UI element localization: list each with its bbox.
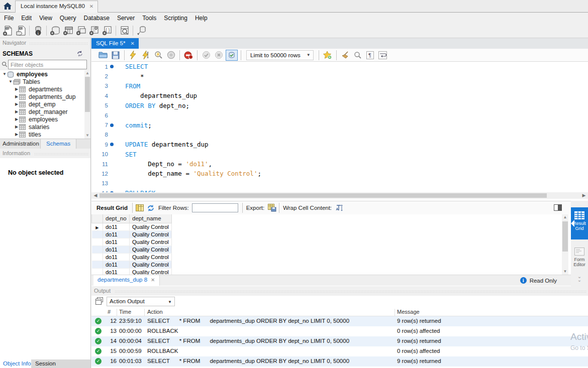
code-line-1[interactable]: 1SELECT: [91, 62, 588, 71]
expand-arrow-icon[interactable]: ▼: [8, 79, 13, 84]
scrollbar-thumb[interactable]: [100, 193, 547, 198]
code-line-13[interactable]: 13: [91, 179, 588, 188]
tree-table-dept_manager[interactable]: ▶dept_manager: [0, 108, 90, 115]
tree-table-employees[interactable]: ▶employees: [0, 115, 90, 123]
row-selector-cell[interactable]: [92, 268, 103, 275]
cell-dept-no[interactable]: do11: [103, 246, 130, 253]
tree-table-departments[interactable]: ▶departments: [0, 85, 90, 93]
grid-row[interactable]: ▶do11Quality Control: [92, 223, 172, 230]
cell-dept-name[interactable]: Quality Control: [130, 253, 172, 261]
execute-icon[interactable]: [128, 50, 139, 60]
row-selector-cell[interactable]: [92, 238, 103, 246]
create-schema-icon[interactable]: [49, 25, 61, 37]
code-line-8[interactable]: 8: [91, 130, 588, 140]
close-icon[interactable]: ✕: [151, 277, 155, 283]
save-icon[interactable]: [110, 50, 121, 60]
scroll-left-icon[interactable]: ◀: [92, 192, 99, 199]
expand-arrow-icon[interactable]: ▶: [14, 102, 19, 106]
tab-object-info[interactable]: Object Info: [3, 360, 31, 366]
cell-dept-name[interactable]: Quality Control: [130, 223, 172, 230]
grid-vertical-scrollbar[interactable]: ▲▼: [562, 214, 568, 275]
invisible-chars-icon[interactable]: ¶: [365, 50, 376, 60]
row-selector-cell[interactable]: [92, 246, 103, 253]
cell-dept-no[interactable]: do11: [103, 230, 130, 238]
output-row-14[interactable]: ✓1400:00:04SELECT * FROM departments_dup…: [91, 336, 588, 346]
cell-dept-name[interactable]: Quality Control: [130, 230, 172, 238]
grid-col-dept-no[interactable]: dept_no: [103, 214, 130, 223]
cell-dept-no[interactable]: do11: [103, 268, 130, 275]
expand-arrow-icon[interactable]: ▶: [14, 94, 19, 99]
menu-scripting[interactable]: Scripting: [160, 14, 191, 23]
menu-server[interactable]: Server: [114, 14, 139, 23]
expand-arrow-icon[interactable]: ▶: [14, 125, 19, 129]
tab-session[interactable]: Session: [31, 359, 90, 368]
beautify-icon[interactable]: [340, 50, 351, 60]
code-line-10[interactable]: 10SET: [91, 150, 588, 159]
home-icon[interactable]: [4, 3, 12, 10]
tab-administration[interactable]: Administration: [0, 139, 42, 148]
toggle-autocommit-icon[interactable]: [226, 50, 238, 61]
wrap-cell-content-icon[interactable]: [334, 203, 345, 213]
tree-table-dept_emp[interactable]: ▶dept_emp: [0, 100, 90, 108]
tree-table-salaries[interactable]: ▶salaries: [0, 123, 90, 131]
refresh-icon[interactable]: [145, 203, 156, 213]
cell-dept-name[interactable]: Quality Control: [130, 268, 172, 275]
code-line-5[interactable]: 5ORDER BY dept_no;: [91, 101, 588, 110]
tree-table-departments_dup[interactable]: ▶departments_dup: [0, 93, 90, 100]
result-set-tab[interactable]: departments_dup 8✕: [93, 275, 160, 286]
menu-tools[interactable]: Tools: [139, 14, 160, 23]
grid-row[interactable]: do11Quality Control: [92, 253, 172, 261]
menu-edit[interactable]: Edit: [18, 14, 36, 23]
code-line-4[interactable]: 4 departments_dup: [91, 91, 588, 100]
snippets-icon[interactable]: [322, 50, 333, 60]
cell-dept-name[interactable]: Quality Control: [130, 238, 172, 246]
tab-schemas[interactable]: Schemas: [40, 139, 76, 149]
code-line-12[interactable]: 12 dept_name = 'Quality Control';: [91, 169, 588, 178]
create-function-icon[interactable]: { }: [101, 25, 114, 37]
cell-dept-no[interactable]: do11: [103, 223, 130, 230]
commit-icon[interactable]: [201, 50, 212, 60]
filter-rows-input[interactable]: [192, 203, 238, 212]
refresh-schemas-icon[interactable]: [76, 50, 83, 57]
wrap-text-icon[interactable]: [377, 50, 388, 60]
menu-database[interactable]: Database: [80, 14, 114, 23]
close-icon[interactable]: ✕: [89, 4, 93, 9]
code-line-11[interactable]: 11 Dept_no = 'do11',: [91, 159, 588, 169]
toggle-sidebar-icon[interactable]: [554, 204, 562, 211]
inspector-icon[interactable]: [118, 25, 131, 37]
output-row-15[interactable]: ✓1500:00:59ROLLBACK0 row(s) affected: [91, 346, 588, 356]
menu-query[interactable]: Query: [56, 14, 80, 23]
expand-arrow-icon[interactable]: ▶: [14, 132, 19, 137]
connection-info-icon[interactable]: i: [32, 25, 44, 37]
scroll-right-icon[interactable]: ▶: [581, 192, 587, 199]
output-row-13[interactable]: ✓1300:00:00ROLLBACK0 row(s) affected: [91, 326, 588, 336]
grid-row[interactable]: do11Quality Control: [92, 238, 172, 246]
code-line-6[interactable]: 6: [91, 110, 588, 120]
output-row-16[interactable]: ✓1600:01:03SELECT * FROM departments_dup…: [91, 356, 588, 366]
row-selector-cell[interactable]: [92, 261, 103, 268]
sql-file-tab[interactable]: SQL File 5*✕: [91, 38, 139, 49]
side-tab-form-editor[interactable]: Form Editor: [571, 244, 588, 274]
more-side-tabs-icon[interactable]: ⌄⌄: [571, 275, 588, 282]
close-icon[interactable]: ✕: [130, 41, 134, 46]
row-selector-cell[interactable]: [92, 253, 103, 261]
row-selector-cell[interactable]: [92, 230, 103, 238]
expand-arrow-icon[interactable]: ▼: [2, 72, 7, 76]
create-view-icon[interactable]: [75, 25, 87, 37]
output-row-12[interactable]: ✓1223:59:10SELECT * FROM departments_dup…: [91, 316, 588, 326]
expand-arrow-icon[interactable]: ▶: [14, 117, 19, 121]
grid-row[interactable]: do11Quality Control: [92, 230, 172, 238]
code-line-2[interactable]: 2 *: [91, 71, 588, 81]
grid-view-icon[interactable]: [134, 203, 145, 213]
find-icon[interactable]: [352, 50, 363, 60]
cell-dept-name[interactable]: Quality Control: [130, 246, 172, 253]
cell-dept-name[interactable]: Quality Control: [130, 261, 172, 268]
grid-col-dept-name[interactable]: dept_name: [130, 214, 172, 223]
editor-horizontal-scrollbar[interactable]: ◀ ▶: [91, 192, 588, 199]
menu-view[interactable]: View: [36, 14, 56, 23]
expand-arrow-icon[interactable]: ▶: [14, 109, 19, 114]
expand-arrow-icon[interactable]: ▶: [14, 87, 19, 91]
grid-row[interactable]: do11Quality Control: [92, 261, 172, 268]
menu-file[interactable]: File: [1, 14, 18, 23]
cell-dept-no[interactable]: do11: [103, 238, 130, 246]
